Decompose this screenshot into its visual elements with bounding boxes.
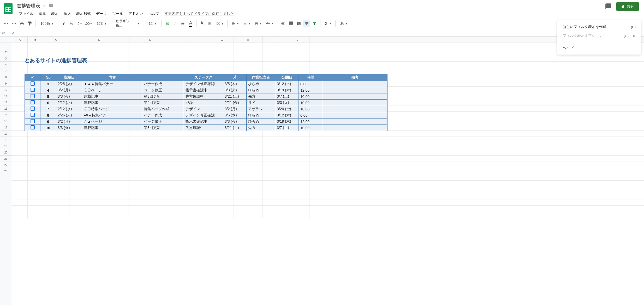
table-cell[interactable]: 3/19 (木) bbox=[275, 119, 299, 125]
table-row[interactable]: 93/2 (月)△▲ページページ修正指示書確認中3/3 (火)ひらめ3/19 (… bbox=[25, 119, 387, 125]
menu-view[interactable]: 表示 bbox=[49, 10, 61, 17]
table-cell[interactable]: 登録 bbox=[184, 100, 223, 106]
table-row[interactable]: 43/2 (月)〇〇ページページ修正指示書確認中3/3 (火)ひらめ3/19 (… bbox=[25, 87, 387, 93]
save-status[interactable]: 変更内容をすべてドライブに保存しました bbox=[162, 10, 236, 17]
table-cell[interactable]: 3/12 (木) bbox=[275, 112, 299, 119]
table-cell[interactable]: ページ修正 bbox=[142, 119, 184, 125]
row-header[interactable]: 14 bbox=[0, 112, 12, 118]
table-cell[interactable] bbox=[322, 125, 387, 131]
table-cell[interactable]: サメ bbox=[247, 100, 275, 106]
table-cell[interactable]: 8 bbox=[40, 112, 56, 119]
column-header[interactable]: B bbox=[28, 37, 43, 43]
table-cell[interactable]: ひらめ bbox=[247, 119, 275, 125]
table-row[interactable]: 32/25 (火)▲▲▲特集バナーバナー作成デザイン修正確認3/5 (木)ひらめ… bbox=[25, 81, 387, 87]
column-header[interactable]: D bbox=[69, 37, 129, 43]
menu-format[interactable]: 表示形式 bbox=[74, 10, 93, 17]
table-row[interactable]: 53/3 (火)連載記事第3回更新先方確認中3/21 (土)先方3/7 (土)1… bbox=[25, 93, 387, 100]
table-cell[interactable]: 指示書確認中 bbox=[184, 87, 223, 93]
table-cell[interactable]: 6 bbox=[40, 100, 56, 106]
insert-comment-button[interactable] bbox=[287, 20, 295, 27]
column-header[interactable]: J bbox=[286, 37, 309, 43]
table-header[interactable] bbox=[142, 74, 184, 81]
checkbox[interactable] bbox=[31, 81, 35, 86]
fill-color-button[interactable] bbox=[199, 20, 206, 27]
table-cell[interactable]: 3 bbox=[40, 81, 56, 87]
table-cell[interactable]: 3/21 (土) bbox=[223, 93, 247, 100]
table-cell[interactable]: ひらめ bbox=[247, 87, 275, 93]
column-headers[interactable]: ABCDEFGHIJ bbox=[12, 37, 644, 43]
table-cell[interactable]: 3/5 (木) bbox=[223, 81, 247, 87]
table-cell[interactable] bbox=[322, 119, 387, 125]
table-cell[interactable]: バナー作成 bbox=[142, 81, 184, 87]
menu-tools[interactable]: ツール bbox=[110, 10, 125, 17]
filter-dropdown-button[interactable]: ▼ bbox=[311, 20, 318, 27]
row-header[interactable]: 19 bbox=[0, 143, 12, 149]
functions-button[interactable]: Σ▼ bbox=[323, 21, 333, 26]
row-header[interactable]: 17 bbox=[0, 131, 12, 137]
table-cell[interactable]: 2/12 (水) bbox=[56, 106, 82, 112]
menu-insert[interactable]: 挿入 bbox=[62, 10, 73, 17]
table-cell[interactable]: 0:00 bbox=[299, 112, 322, 119]
table-cell[interactable]: 10:00 bbox=[299, 106, 322, 112]
print-icon[interactable] bbox=[18, 20, 26, 27]
checkbox[interactable] bbox=[31, 88, 35, 92]
table-cell[interactable] bbox=[25, 87, 40, 93]
table-cell[interactable]: 12:00 bbox=[299, 119, 322, 125]
table-cell[interactable]: 3/20 (金) bbox=[275, 106, 299, 112]
filter-button[interactable] bbox=[303, 20, 310, 27]
table-cell[interactable]: 3/3 (火) bbox=[275, 100, 299, 106]
table-cell[interactable]: 第4回更新 bbox=[142, 100, 184, 106]
strikethrough-button[interactable]: S bbox=[179, 20, 187, 27]
table-row[interactable]: 103/3 (火)連載記事第3回更新先方確認中3/21 (土)先方3/7 (土)… bbox=[25, 125, 387, 131]
row-header[interactable]: 23 bbox=[0, 168, 12, 174]
row-header[interactable]: 13 bbox=[0, 105, 12, 112]
vertical-align-button[interactable]: ▼ bbox=[241, 21, 252, 26]
comments-icon[interactable] bbox=[605, 3, 612, 10]
column-header[interactable]: G bbox=[210, 37, 234, 43]
font-select[interactable]: ヒラギノ角...▼ bbox=[113, 19, 142, 28]
table-row[interactable]: 72/12 (水)〇〇特集ページ特集ページ作成デザイン3/2 (月)アザラシ3/… bbox=[25, 106, 387, 112]
row-header[interactable]: 2 bbox=[0, 49, 12, 55]
grid[interactable]: ABCDEFGHIJ とあるサイトの進捗管理表 ✔No依頼日内容ステータス〆作業… bbox=[12, 37, 644, 305]
table-cell[interactable]: 2/25 (火) bbox=[56, 112, 82, 119]
checkbox[interactable] bbox=[31, 119, 35, 123]
table-cell[interactable]: 特集ページ作成 bbox=[142, 106, 184, 112]
table-cell[interactable] bbox=[25, 100, 40, 106]
table-cell[interactable]: 連載記事 bbox=[82, 125, 142, 131]
menu-help[interactable]: ヘルプ bbox=[146, 10, 161, 17]
row-header[interactable]: 3 bbox=[0, 55, 12, 62]
table-cell[interactable] bbox=[25, 119, 40, 125]
table-cell[interactable]: アザラシ bbox=[247, 106, 275, 112]
row-header[interactable]: 9 bbox=[0, 80, 12, 87]
table-row[interactable]: 82/25 (火)●×▲特集バナーバナー作成デザイン修正確認3/5 (木)ひらめ… bbox=[25, 112, 387, 119]
table-cell[interactable]: 12:00 bbox=[299, 87, 322, 93]
bold-button[interactable]: B bbox=[164, 20, 171, 27]
table-header[interactable]: 公開日 bbox=[275, 74, 299, 81]
insert-chart-button[interactable] bbox=[295, 20, 302, 27]
row-header[interactable]: 20 bbox=[0, 149, 12, 156]
undo-icon[interactable] bbox=[3, 20, 10, 27]
table-cell[interactable]: 3/5 (木) bbox=[223, 112, 247, 119]
row-header[interactable]: 22 bbox=[0, 162, 12, 168]
menu-edit[interactable]: 編集 bbox=[37, 10, 48, 17]
table-cell[interactable]: 2/25 (火) bbox=[56, 81, 82, 87]
table-cell[interactable]: ページ修正 bbox=[142, 87, 184, 93]
checkbox[interactable] bbox=[31, 113, 35, 117]
table-cell[interactable]: 2/12 (水) bbox=[56, 100, 82, 106]
decrease-decimal-button[interactable]: .0← bbox=[76, 20, 84, 27]
table-cell[interactable]: 先方確認中 bbox=[184, 125, 223, 131]
table-cell[interactable]: 3/3 (火) bbox=[223, 87, 247, 93]
table-cell[interactable]: 2/21 (金) bbox=[223, 100, 247, 106]
table-cell[interactable]: デザイン修正確認 bbox=[184, 81, 223, 87]
table-cell[interactable]: 〇〇ページ bbox=[82, 87, 142, 93]
column-header[interactable]: I bbox=[263, 37, 286, 43]
table-cell[interactable]: 9 bbox=[40, 119, 56, 125]
row-header[interactable]: 15 bbox=[0, 118, 12, 124]
table-cell[interactable]: 5 bbox=[40, 93, 56, 100]
table-cell[interactable] bbox=[322, 81, 387, 87]
create-filter-view-item[interactable]: 新しいフィルタ表示を作成 (C) bbox=[557, 22, 641, 31]
table-row[interactable]: 62/12 (水)連載記事第4回更新登録2/21 (金)サメ3/3 (火)10:… bbox=[25, 100, 387, 106]
checkbox[interactable] bbox=[31, 125, 35, 129]
table-header[interactable]: ステータス bbox=[184, 74, 223, 81]
table-header[interactable]: 依頼日 bbox=[56, 74, 82, 81]
